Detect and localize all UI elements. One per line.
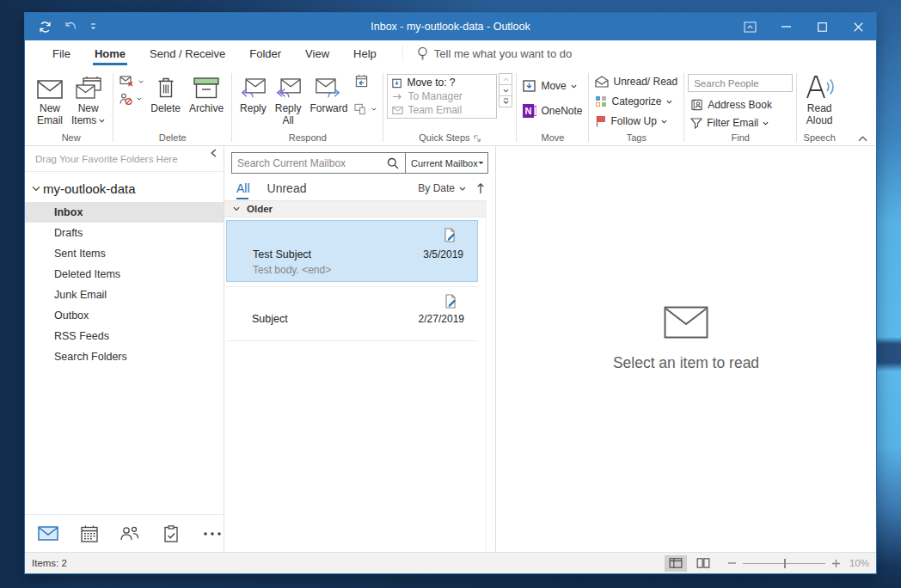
quick-step-team-email-label: Team Email [408,104,462,116]
sidebar-item-rss-feeds[interactable]: RSS Feeds [25,326,224,346]
move-button[interactable]: Move [520,77,579,95]
zoom-slider-thumb[interactable] [784,559,786,568]
send-receive-icon[interactable] [39,21,52,34]
junk-button[interactable] [117,91,146,107]
address-book-button[interactable]: Address Book [688,97,775,113]
follow-up-button[interactable]: Follow Up [592,113,669,129]
collapse-folder-pane-button[interactable] [211,149,217,157]
quick-step-team-email[interactable]: Team Email [388,103,496,117]
chevron-down-icon [459,187,466,191]
archive-button[interactable]: Archive [185,70,228,114]
filter-funnel-icon [690,118,702,129]
arrow-right-icon [392,93,403,101]
undo-icon[interactable] [64,21,77,32]
message-list-pane: Current Mailbox All Unread By Date [224,146,496,552]
new-items-label-1: New [78,102,99,114]
quick-steps-more-button[interactable] [499,95,512,107]
search-scope-dropdown[interactable]: Current Mailbox [406,152,488,174]
tab-home[interactable]: Home [83,40,138,67]
mail-nav-icon[interactable] [37,523,59,545]
sidebar-item-deleted-items[interactable]: Deleted Items [25,264,224,285]
zoom-in-button[interactable] [832,560,840,567]
sidebar-item-drafts[interactable]: Drafts [25,223,224,243]
read-aloud-label-2: Aloud [806,114,833,126]
tab-folder[interactable]: Folder [237,40,293,67]
zoom-slider[interactable] [743,563,825,564]
address-book-icon [690,99,703,111]
tasks-nav-icon[interactable] [160,523,182,545]
categorize-button[interactable]: Categorize [592,94,674,109]
filter-email-button[interactable]: Filter Email [688,115,771,131]
customize-qat-caret-icon[interactable] [89,23,97,30]
reply-all-button[interactable]: Reply All [271,70,306,127]
maximize-button[interactable] [804,13,840,40]
close-button[interactable] [840,13,876,40]
draft-icon [443,228,457,242]
reading-view-button[interactable] [692,555,714,572]
mailbox-root[interactable]: my-outlook-data [25,172,224,202]
quick-steps-dialog-launcher[interactable] [474,135,481,143]
read-aloud-label-1: Read [807,102,832,114]
sidebar-item-junk-email[interactable]: Junk Email [25,285,224,305]
filter-tab-all[interactable]: All [236,181,250,195]
email-divider [226,340,478,341]
sidebar-item-outbox[interactable]: Outbox [25,305,224,326]
new-items-button[interactable]: New Items [67,70,109,127]
more-nav-icon[interactable] [201,523,224,545]
quick-step-move-to[interactable]: Move to: ? [388,76,496,89]
search-people-input[interactable] [688,74,793,92]
filter-tab-unread[interactable]: Unread [267,181,307,195]
people-nav-icon[interactable] [120,523,142,545]
minimize-button[interactable] [768,13,804,40]
chevron-down-icon [371,107,377,111]
search-input[interactable] [232,157,381,169]
new-email-button[interactable]: New Email [33,70,67,127]
message-list-scrollbar [486,217,487,552]
tell-me-search[interactable]: Tell me what you want to do [402,46,572,62]
delete-button[interactable]: Delete [146,70,185,114]
quick-steps-scroll-down-button[interactable] [499,84,512,96]
onenote-button[interactable]: N OneNote [520,102,585,119]
folder-pane-spacer [25,367,224,514]
ignore-button[interactable] [117,74,146,89]
envelope-icon [664,306,708,339]
tell-me-label: Tell me what you want to do [434,47,572,60]
sidebar-item-inbox[interactable]: Inbox [25,202,224,223]
sort-by-dropdown[interactable]: By Date [418,182,466,194]
sort-direction-button[interactable] [476,182,485,194]
unread-read-button[interactable]: Unread/ Read [592,74,680,89]
quick-step-to-manager-label: To Manager [408,90,462,102]
sidebar-item-search-folders[interactable]: Search Folders [25,346,224,367]
search-scope-label: Current Mailbox [411,158,478,168]
collapse-ribbon-button[interactable] [858,136,867,142]
meeting-button[interactable] [352,72,379,90]
ribbon-display-options-button[interactable] [732,13,768,40]
reply-label: Reply [240,102,267,114]
quick-steps-scroll-up-button[interactable] [499,73,512,85]
outlook-window: Inbox - my-outlook-data - Outlook File H… [24,12,877,574]
normal-view-button[interactable] [665,555,687,572]
tab-view[interactable]: View [293,40,341,67]
email-row-test-subject[interactable]: Test Subject 3/5/2019 Test body. <end> [226,220,478,282]
group-header-older[interactable]: Older [224,200,487,217]
filter-email-label: Filter Email [707,117,758,129]
reply-button[interactable]: Reply [236,70,271,114]
zoom-out-button[interactable] [728,562,736,564]
sidebar-item-sent-items[interactable]: Sent Items [25,243,224,264]
forward-button[interactable]: Forward [305,70,352,114]
email-row-subject[interactable]: Subject 2/27/2019 [226,287,478,336]
tab-help[interactable]: Help [341,40,389,67]
title-bar: Inbox - my-outlook-data - Outlook [25,13,876,40]
quick-step-to-manager[interactable]: To Manager [388,89,496,103]
ribbon-group-respond: Reply Reply All Forward [233,70,382,145]
chevron-down-icon [137,97,142,101]
email-date: 3/5/2019 [423,248,463,260]
tab-file[interactable]: File [40,40,83,67]
group-label-new: New [33,132,109,145]
reply-icon [240,73,266,99]
read-aloud-button[interactable]: Read Aloud [800,70,838,127]
search-icon[interactable] [381,157,405,169]
tab-send-receive[interactable]: Send / Receive [138,40,237,67]
calendar-nav-icon[interactable] [78,523,101,545]
more-respond-actions-button[interactable] [352,101,379,117]
